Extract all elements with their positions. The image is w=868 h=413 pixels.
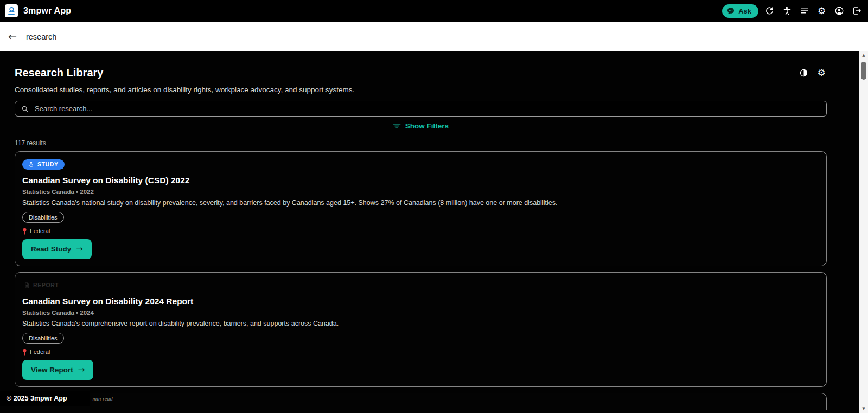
filter-icon — [393, 122, 401, 130]
breadcrumb-bar: ← research — [0, 22, 868, 51]
report-badge: REPORT — [22, 280, 65, 291]
library-settings-button[interactable]: ⚙ — [816, 68, 827, 79]
results-count: 117 results — [15, 139, 827, 147]
menu-icon — [800, 6, 809, 16]
contrast-icon — [799, 68, 808, 78]
pin-icon — [22, 349, 27, 356]
badge-label: STUDY — [37, 161, 59, 168]
card-title: Canadian Survey on Disability (CSD) 2022 — [22, 176, 819, 185]
breadcrumb: research — [26, 33, 56, 41]
card-source-year: Statistics Canada • 2024 — [22, 309, 819, 316]
contrast-toggle-button[interactable] — [798, 68, 809, 79]
settings-button[interactable]: ⚙ — [815, 5, 828, 17]
copyright-text: © 2025 3mpwr App — [0, 391, 90, 406]
footer: © 2025 3mpwr App min read — [0, 391, 113, 406]
scrollbar-thumb[interactable] — [861, 62, 866, 80]
search-icon — [21, 105, 29, 113]
logo-hands-icon — [8, 7, 15, 13]
app-title: 3mpwr App — [23, 6, 71, 16]
cta-label: View Report — [31, 366, 73, 374]
page-actions: ⚙ — [798, 68, 827, 79]
back-button[interactable]: ← — [8, 31, 17, 42]
badge-label: REPORT — [33, 282, 59, 289]
research-library-page: Research Library ⚙ Consolidated studies,… — [0, 51, 859, 413]
search-box — [15, 101, 827, 117]
flask-icon — [28, 162, 34, 167]
view-report-button[interactable]: View Report → — [22, 360, 93, 380]
card-description: Statistics Canada's comprehensive report… — [22, 320, 819, 327]
jurisdiction-label: Federal — [30, 228, 50, 234]
app-header: 3mpwr App Ask ⚙ — [0, 0, 868, 22]
research-card: STUDY Canadian Survey on Disability (CSD… — [15, 151, 827, 266]
scroll-up-arrow[interactable]: ▲ — [859, 51, 868, 60]
accessibility-icon — [782, 6, 792, 16]
app-logo-icon — [5, 4, 18, 17]
search-input[interactable] — [34, 104, 820, 113]
document-icon — [24, 282, 30, 288]
gear-icon: ⚙ — [817, 68, 825, 78]
card-title: Canadian Survey on Disability 2024 Repor… — [22, 296, 819, 306]
refresh-button[interactable] — [763, 5, 776, 17]
arrow-right-icon: → — [76, 245, 83, 253]
research-card: REPORT Canadian Survey on Disability 202… — [15, 272, 827, 387]
gear-icon: ⚙ — [818, 7, 826, 16]
logo-text-mark — [8, 14, 15, 15]
show-filters-button[interactable]: Show Filters — [390, 121, 452, 131]
pin-icon — [22, 228, 27, 235]
jurisdiction-label: Federal — [30, 349, 50, 355]
arrow-right-icon: → — [78, 366, 85, 374]
research-card-partial — [15, 393, 827, 410]
refresh-icon — [765, 7, 774, 16]
logout-button[interactable] — [850, 5, 863, 17]
page-subtitle: Consolidated studies, reports, and artic… — [15, 86, 827, 94]
tag-chip: Disabilities — [22, 212, 64, 223]
user-circle-icon — [834, 6, 844, 16]
ask-button-label: Ask — [738, 7, 751, 15]
jurisdiction-row: Federal — [22, 349, 819, 356]
card-description: Statistics Canada's national study on di… — [22, 199, 819, 206]
jurisdiction-row: Federal — [22, 228, 819, 235]
show-filters-label: Show Filters — [405, 122, 449, 130]
tag-chip: Disabilities — [22, 333, 64, 344]
scroll-down-arrow[interactable]: ▼ — [859, 405, 868, 413]
study-badge: STUDY — [22, 159, 65, 170]
app-brand: 3mpwr App — [5, 4, 71, 17]
card-source-year: Statistics Canada • 2022 — [22, 189, 819, 195]
logout-icon — [852, 6, 861, 16]
account-button[interactable] — [833, 5, 845, 17]
cta-label: Read Study — [31, 245, 71, 253]
menu-button[interactable] — [798, 5, 810, 17]
read-study-button[interactable]: Read Study → — [22, 239, 92, 259]
page-title: Research Library — [15, 67, 103, 79]
accessibility-button[interactable] — [781, 5, 793, 17]
ask-button[interactable]: Ask — [722, 4, 758, 18]
scrollbar[interactable]: ▲ ▼ — [859, 51, 868, 413]
appbar-actions: Ask ⚙ — [722, 4, 863, 18]
chat-bubble-icon — [726, 7, 735, 15]
main-viewport: Research Library ⚙ Consolidated studies,… — [0, 51, 868, 413]
read-time-text: min read — [93, 396, 113, 402]
